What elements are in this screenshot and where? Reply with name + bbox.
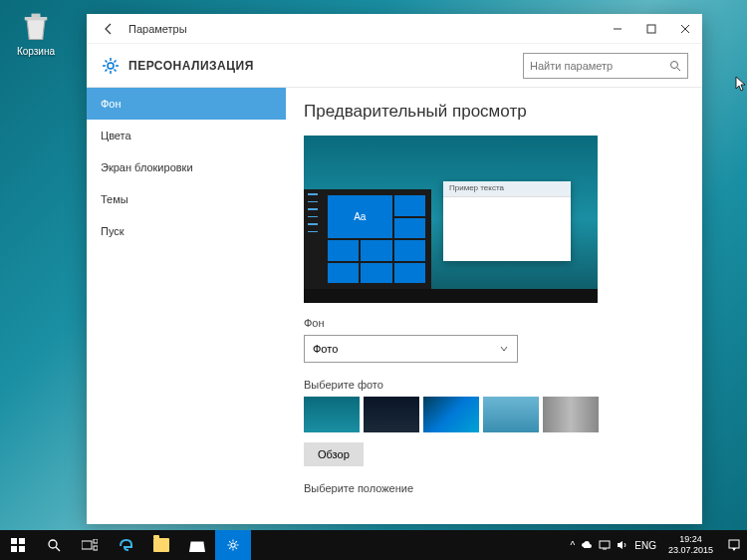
content-area: Предварительный просмотр Aa — [286, 88, 702, 524]
photo-thumb-1[interactable] — [304, 397, 360, 432]
network-icon[interactable] — [599, 540, 611, 550]
settings-window: Параметры ПЕРСОНАЛИЗАЦИЯ Фон Цвета Экран… — [87, 14, 702, 524]
svg-point-17 — [231, 543, 235, 547]
store-button[interactable] — [179, 530, 215, 560]
task-view-button[interactable] — [72, 530, 108, 560]
minimize-button[interactable] — [601, 15, 634, 43]
time: 19:24 — [668, 534, 713, 545]
background-dropdown[interactable]: Фото — [304, 335, 518, 363]
search-icon — [669, 60, 681, 72]
svg-rect-8 — [11, 538, 17, 544]
sidebar-item-themes[interactable]: Темы — [87, 183, 286, 215]
header-row: ПЕРСОНАЛИЗАЦИЯ — [87, 44, 702, 88]
settings-taskbar-button[interactable] — [215, 530, 251, 560]
svg-point-12 — [49, 540, 57, 548]
preview-sample-window: Пример текста — [443, 181, 571, 261]
desktop: Корзина Параметры ПЕРСОНАЛИЗАЦИЯ — [0, 0, 747, 560]
onedrive-icon[interactable] — [581, 540, 593, 550]
photo-thumb-3[interactable] — [423, 397, 479, 432]
svg-rect-18 — [600, 541, 610, 548]
sidebar-item-colors[interactable]: Цвета — [87, 120, 286, 151]
photo-thumbnails — [304, 397, 684, 432]
titlebar: Параметры — [87, 14, 702, 44]
choose-fit-label: Выберите положение — [304, 482, 684, 494]
dropdown-value: Фото — [313, 343, 338, 355]
store-icon — [189, 538, 205, 552]
mouse-cursor — [735, 76, 747, 94]
photo-thumb-4[interactable] — [483, 397, 539, 432]
svg-line-13 — [56, 547, 60, 551]
preview-start-menu: Aa — [304, 189, 431, 289]
svg-rect-15 — [94, 539, 98, 543]
clock[interactable]: 19:24 23.07.2015 — [664, 534, 717, 556]
recycle-bin-desktop-icon[interactable]: Корзина — [8, 8, 64, 57]
sidebar-item-lockscreen[interactable]: Экран блокировки — [87, 151, 286, 183]
svg-point-5 — [108, 63, 114, 69]
taskbar: ^ ENG 19:24 23.07.2015 — [0, 530, 747, 560]
chevron-down-icon — [499, 344, 509, 354]
preview-nav — [304, 189, 322, 289]
folder-icon — [153, 538, 169, 552]
search-button[interactable] — [36, 530, 72, 560]
svg-point-6 — [671, 61, 678, 68]
category-title: ПЕРСОНАЛИЗАЦИЯ — [128, 59, 254, 73]
preview-taskbar — [304, 289, 598, 303]
preview-sample-text: Пример текста — [443, 181, 571, 197]
svg-rect-0 — [32, 14, 41, 17]
search-input[interactable] — [530, 60, 669, 72]
system-tray: ^ ENG 19:24 23.07.2015 — [571, 530, 747, 560]
start-button[interactable] — [0, 530, 36, 560]
window-title: Параметры — [128, 23, 187, 35]
maximize-button[interactable] — [634, 15, 668, 43]
svg-line-7 — [677, 68, 680, 71]
svg-rect-2 — [647, 25, 655, 33]
choose-photo-label: Выберите фото — [304, 379, 684, 391]
svg-rect-11 — [19, 546, 25, 552]
close-button[interactable] — [668, 15, 702, 43]
preview-box: Aa Пример текста — [304, 136, 598, 303]
action-center-button[interactable] — [725, 530, 743, 560]
svg-rect-10 — [11, 546, 17, 552]
tray-icons[interactable]: ^ ENG — [571, 540, 656, 551]
file-explorer-button[interactable] — [143, 530, 179, 560]
browse-button[interactable]: Обзор — [304, 442, 364, 466]
gear-icon — [101, 56, 121, 76]
svg-rect-16 — [94, 546, 98, 550]
preview-tiles: Aa — [322, 189, 431, 289]
svg-rect-14 — [82, 541, 92, 549]
recycle-bin-icon — [18, 8, 54, 44]
svg-rect-9 — [19, 538, 25, 544]
recycle-bin-label: Корзина — [8, 46, 64, 57]
search-box[interactable] — [523, 53, 688, 79]
aa-tile: Aa — [328, 195, 392, 238]
preview-heading: Предварительный просмотр — [304, 102, 684, 122]
edge-button[interactable] — [108, 530, 143, 560]
language-indicator[interactable]: ENG — [634, 540, 656, 551]
background-label: Фон — [304, 317, 684, 329]
volume-icon[interactable] — [617, 540, 628, 550]
svg-rect-20 — [729, 540, 739, 548]
back-button[interactable] — [95, 15, 123, 43]
sidebar: Фон Цвета Экран блокировки Темы Пуск — [87, 88, 286, 524]
body: Фон Цвета Экран блокировки Темы Пуск Пре… — [87, 88, 702, 524]
date: 23.07.2015 — [668, 545, 713, 556]
photo-thumb-5[interactable] — [543, 397, 599, 432]
tray-chevron-icon[interactable]: ^ — [571, 540, 576, 551]
photo-thumb-2[interactable] — [364, 397, 419, 432]
sidebar-item-start[interactable]: Пуск — [87, 215, 286, 247]
sidebar-item-background[interactable]: Фон — [87, 88, 286, 120]
window-controls — [601, 15, 702, 43]
